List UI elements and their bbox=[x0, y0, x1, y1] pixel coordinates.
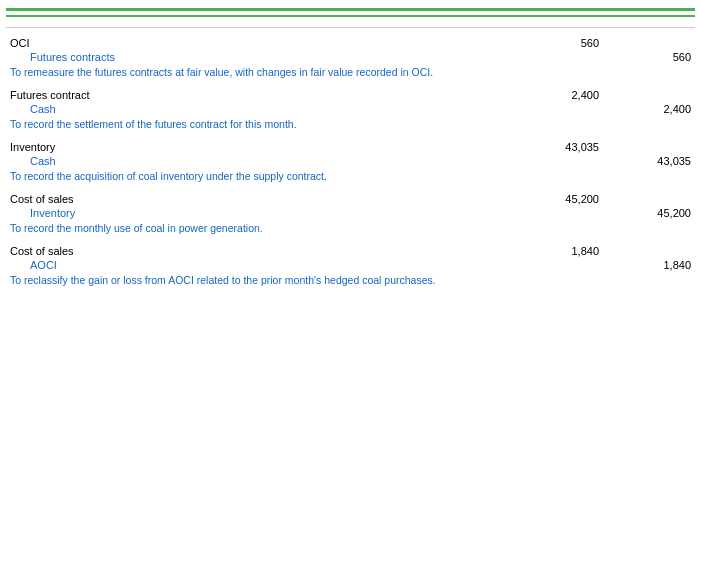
credit-amount bbox=[615, 36, 695, 50]
journal-entries-section: OCI560Futures contracts560To remeasure t… bbox=[6, 36, 695, 290]
cell-change-fair-value bbox=[150, 21, 222, 28]
credit-amount bbox=[615, 244, 695, 258]
credit-amount: 45,200 bbox=[615, 206, 695, 220]
cell-beginning-fair-value bbox=[6, 21, 83, 28]
debit-account: Cost of sales bbox=[6, 244, 535, 258]
journal-line: OCI560 bbox=[6, 36, 695, 50]
journal-table: OCI560Futures contracts560To remeasure t… bbox=[6, 36, 695, 290]
credit-account: Cash bbox=[6, 154, 535, 168]
cell-futures-price bbox=[288, 21, 349, 28]
journal-description: To record the monthly use of coal in pow… bbox=[6, 220, 695, 238]
credit-amount: 43,035 bbox=[615, 154, 695, 168]
journal-description: To remeasure the futures contracts at fa… bbox=[6, 64, 695, 82]
cell-ending-fair-value bbox=[83, 21, 149, 28]
journal-line: Inventory43,035 bbox=[6, 140, 695, 154]
journal-description: To reclassify the gain or loss from AOCI… bbox=[6, 272, 695, 290]
credit-amount: 1,840 bbox=[615, 258, 695, 272]
cell-notional bbox=[349, 21, 404, 28]
debit-amount bbox=[535, 258, 615, 272]
credit-account: AOCI bbox=[6, 258, 535, 272]
credit-amount: 2,400 bbox=[615, 102, 695, 116]
debit-amount bbox=[535, 206, 615, 220]
debit-amount: 43,035 bbox=[535, 140, 615, 154]
cell-tons-purchased bbox=[562, 21, 623, 28]
credit-amount bbox=[615, 192, 695, 206]
journal-line: AOCI1,840 bbox=[6, 258, 695, 272]
journal-line: Cost of sales45,200 bbox=[6, 192, 695, 206]
debit-account: Futures contract bbox=[6, 88, 535, 102]
journal-line: Futures contract2,400 bbox=[6, 88, 695, 102]
journal-line: Cash43,035 bbox=[6, 154, 695, 168]
credit-account: Inventory bbox=[6, 206, 535, 220]
journal-line: Cost of sales1,840 bbox=[6, 244, 695, 258]
journal-line: Cash2,400 bbox=[6, 102, 695, 116]
debit-amount: 560 bbox=[535, 36, 615, 50]
debit-amount: 1,840 bbox=[535, 244, 615, 258]
cell-monthly-avg bbox=[222, 21, 288, 28]
main-container: OCI560Futures contracts560To remeasure t… bbox=[0, 0, 701, 298]
debit-amount bbox=[535, 50, 615, 64]
journal-description: To record the settlement of the futures … bbox=[6, 116, 695, 134]
debit-amount bbox=[535, 102, 615, 116]
cell-total-cost bbox=[623, 21, 695, 28]
journal-description: To record the acquisition of coal invent… bbox=[6, 168, 695, 186]
debit-amount: 45,200 bbox=[535, 192, 615, 206]
debit-account: Cost of sales bbox=[6, 192, 535, 206]
credit-amount bbox=[615, 88, 695, 102]
credit-account: Futures contracts bbox=[6, 50, 535, 64]
journal-line: Inventory45,200 bbox=[6, 206, 695, 220]
debit-amount: 2,400 bbox=[535, 88, 615, 102]
table-row bbox=[6, 21, 695, 28]
credit-amount bbox=[615, 140, 695, 154]
debit-account: Inventory bbox=[6, 140, 535, 154]
data-table bbox=[6, 8, 695, 28]
credit-amount: 560 bbox=[615, 50, 695, 64]
debit-amount bbox=[535, 154, 615, 168]
cell-contract-price bbox=[485, 21, 562, 28]
debit-account: OCI bbox=[6, 36, 535, 50]
journal-line: Futures contracts560 bbox=[6, 50, 695, 64]
cell-settlement bbox=[404, 21, 476, 28]
credit-account: Cash bbox=[6, 102, 535, 116]
